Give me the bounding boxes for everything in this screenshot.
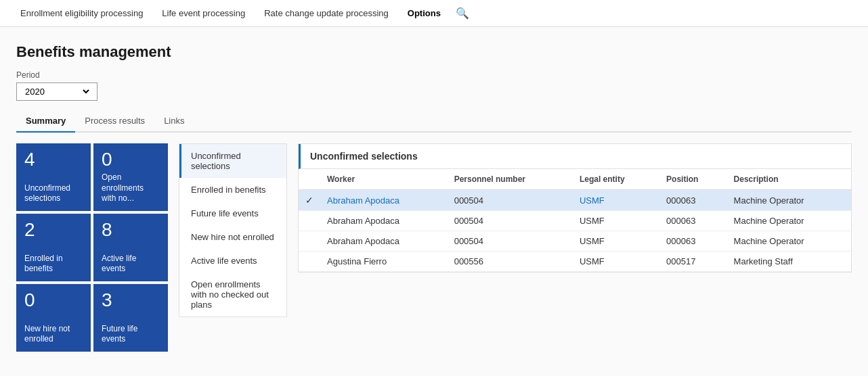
tab-process-results[interactable]: Process results <box>75 110 154 133</box>
nav-life-event[interactable]: Life event processing <box>152 0 255 27</box>
cell-position: 000063 <box>659 211 727 231</box>
middle-panel-active-life[interactable]: Active life events <box>179 249 286 273</box>
cell-worker: Abraham Apodaca <box>320 211 448 231</box>
tile-active-life-events[interactable]: 8 Active life events <box>93 214 168 281</box>
period-section: Period 2020 2019 2021 <box>16 70 852 101</box>
cell-personnel: 000556 <box>448 252 573 272</box>
nav-enrollment[interactable]: Enrollment eligibility processing <box>11 0 152 27</box>
cell-legal: USMF <box>573 211 659 231</box>
row-check: ✓ <box>299 190 320 211</box>
middle-panel-enrolled[interactable]: Enrolled in benefits <box>179 178 286 202</box>
tile-number-0: 4 <box>24 150 83 169</box>
middle-panel-new-hire[interactable]: New hire not enrolled <box>179 225 286 249</box>
cell-description: Machine Operator <box>727 231 851 252</box>
table-row[interactable]: Abraham Apodaca000504USMF000063Machine O… <box>299 211 851 231</box>
table-header-row: Worker Personnel number Legal entity Pos… <box>299 169 851 190</box>
cell-legal[interactable]: USMF <box>573 190 659 211</box>
cell-legal: USMF <box>573 231 659 252</box>
table-row[interactable]: Abraham Apodaca000504USMF000063Machine O… <box>299 231 851 252</box>
nav-rate-change[interactable]: Rate change update processing <box>255 0 398 27</box>
cell-position: 000517 <box>659 252 727 272</box>
right-panel-title: Unconfirmed selections <box>299 144 851 169</box>
summary-layout: 4 Unconfirmed selections 0 Open enrollme… <box>16 143 852 352</box>
row-check <box>299 231 320 252</box>
tabs: Summary Process results Links <box>16 110 852 133</box>
tab-summary[interactable]: Summary <box>16 110 75 133</box>
tile-number-2: 2 <box>24 220 83 239</box>
tile-label-3: Active life events <box>102 254 160 275</box>
col-description: Description <box>727 169 851 190</box>
page-title: Benefits management <box>16 43 852 61</box>
period-dropdown[interactable]: 2020 2019 2021 <box>22 86 91 97</box>
tile-open-enrollments[interactable]: 0 Open enrollments with no... <box>93 143 168 211</box>
table-row[interactable]: Agustina Fierro000556USMF000517Marketing… <box>299 252 851 272</box>
cell-personnel: 000504 <box>448 211 573 231</box>
cell-personnel: 000504 <box>448 231 573 252</box>
period-label: Period <box>16 70 852 80</box>
tile-label-4: New hire not enrolled <box>24 324 83 345</box>
cell-personnel: 000504 <box>448 190 573 211</box>
col-legal: Legal entity <box>573 169 659 190</box>
tile-future-life-events[interactable]: 3 Future life events <box>93 284 168 352</box>
tab-links[interactable]: Links <box>154 110 194 133</box>
period-select[interactable]: 2020 2019 2021 <box>16 83 97 101</box>
cell-description: Machine Operator <box>727 190 851 211</box>
tile-label-5: Future life events <box>102 324 160 345</box>
tile-label-1: Open enrollments with no... <box>102 172 160 204</box>
tile-new-hire[interactable]: 0 New hire not enrolled <box>16 284 91 352</box>
tiles-grid: 4 Unconfirmed selections 0 Open enrollme… <box>16 143 168 352</box>
main-content: Benefits management Period 2020 2019 202… <box>0 27 868 376</box>
cell-worker: Agustina Fierro <box>320 252 448 272</box>
cell-position: 000063 <box>659 231 727 252</box>
middle-panel-future-life[interactable]: Future life events <box>179 202 286 225</box>
col-position: Position <box>659 169 727 190</box>
top-nav: Enrollment eligibility processing Life e… <box>0 0 868 27</box>
tile-label-2: Enrolled in benefits <box>24 254 83 275</box>
col-worker: Worker <box>320 169 448 190</box>
tile-number-1: 0 <box>102 150 160 169</box>
tile-label-0: Unconfirmed selections <box>24 183 83 204</box>
col-personnel: Personnel number <box>448 169 573 190</box>
middle-panel-open-enrollments[interactable]: Open enrollments with no checked out pla… <box>179 273 286 316</box>
col-check <box>299 169 320 190</box>
cell-worker[interactable]: Abraham Apodaca <box>320 190 448 211</box>
cell-position: 000063 <box>659 190 727 211</box>
middle-panel: Unconfirmed selections Enrolled in benef… <box>179 143 287 317</box>
data-table: Worker Personnel number Legal entity Pos… <box>299 169 851 272</box>
row-check <box>299 252 320 272</box>
cell-worker: Abraham Apodaca <box>320 231 448 252</box>
cell-legal: USMF <box>573 252 659 272</box>
tile-number-3: 8 <box>102 220 160 239</box>
tile-number-5: 3 <box>102 291 160 310</box>
tile-enrolled-in-benefits[interactable]: 2 Enrolled in benefits <box>16 214 91 281</box>
tile-number-4: 0 <box>24 291 83 310</box>
cell-description: Machine Operator <box>727 211 851 231</box>
tile-unconfirmed-selections[interactable]: 4 Unconfirmed selections <box>16 143 91 211</box>
table-row[interactable]: ✓Abraham Apodaca000504USMF000063Machine … <box>299 190 851 211</box>
middle-panel-unconfirmed[interactable]: Unconfirmed selections <box>179 144 286 178</box>
cell-description: Marketing Staff <box>727 252 851 272</box>
row-check <box>299 211 320 231</box>
checkmark-icon: ✓ <box>305 195 313 206</box>
right-panel: Unconfirmed selections Worker Personnel … <box>298 143 852 273</box>
search-icon[interactable]: 🔍 <box>456 7 469 20</box>
nav-options[interactable]: Options <box>398 0 450 27</box>
